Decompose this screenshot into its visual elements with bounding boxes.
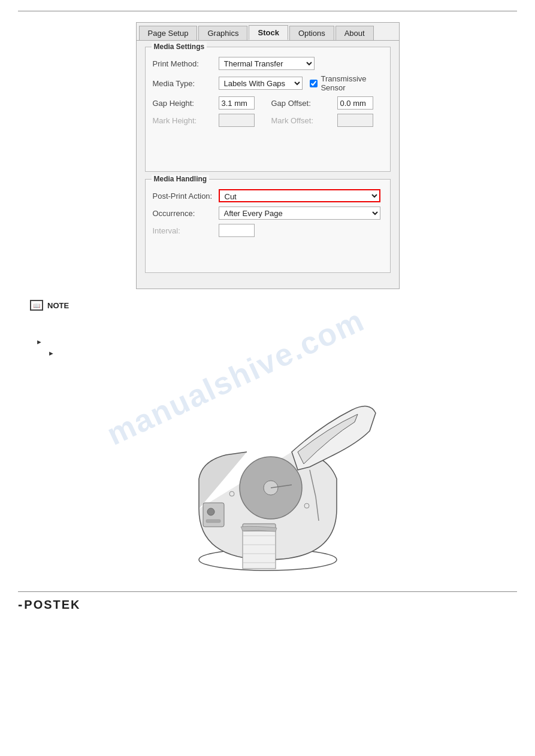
- tab-page-setup[interactable]: Page Setup: [139, 26, 198, 40]
- media-handling-group: Media Handling Post-Print Action: Cut Te…: [145, 179, 391, 273]
- occurrence-select[interactable]: After Every Page After Print Job: [219, 207, 380, 220]
- interval-label: Interval:: [153, 226, 219, 235]
- transmissive-sensor-checkbox[interactable]: [310, 80, 318, 87]
- printer-settings-dialog: Page Setup Graphics Stock Options About …: [136, 22, 400, 289]
- bullet-arrow-1: ►: [36, 338, 43, 345]
- svg-rect-8: [203, 503, 224, 527]
- media-settings-inner: Print Method: Thermal Transfer Direct Th…: [153, 57, 383, 164]
- occurrence-label: Occurrence:: [153, 209, 219, 218]
- postek-dash: -: [18, 597, 23, 612]
- mark-offset-input: [337, 114, 373, 127]
- gap-height-input[interactable]: [219, 96, 255, 110]
- bullet-arrow-2: ►: [48, 350, 55, 357]
- bullet-item-1: ►: [36, 337, 517, 345]
- dialog-content: Media Settings Print Method: Thermal Tra…: [137, 41, 399, 289]
- postek-text: POSTEK: [24, 598, 80, 612]
- interval-row: Interval:: [153, 224, 383, 237]
- note-text-2: [30, 326, 517, 337]
- mark-offset-label: Mark Offset:: [271, 116, 337, 125]
- gap-offset-label: Gap Offset:: [271, 99, 337, 108]
- note-text-1: [30, 315, 517, 326]
- media-type-row: Media Type: Labels With Gaps Continuous …: [153, 74, 383, 92]
- tab-options[interactable]: Options: [289, 26, 334, 40]
- post-print-action-label: Post-Print Action:: [153, 192, 219, 201]
- blank-area: [153, 131, 383, 164]
- note-label: NOTE: [47, 301, 69, 310]
- print-method-row: Print Method: Thermal Transfer Direct Th…: [153, 57, 383, 70]
- note-section: 📖 NOTE ► ►: [30, 300, 517, 357]
- media-type-select[interactable]: Labels With Gaps Continuous Black Mark: [219, 77, 303, 90]
- tab-about[interactable]: About: [335, 26, 374, 40]
- gap-height-row: Gap Height: Gap Offset:: [153, 96, 383, 110]
- media-type-label: Media Type:: [153, 79, 219, 88]
- interval-input[interactable]: [219, 224, 255, 237]
- transmissive-sensor-label[interactable]: Transmissive Sensor: [310, 74, 382, 92]
- media-handling-title: Media Handling: [152, 175, 210, 183]
- printer-illustration-area: [0, 371, 535, 581]
- occurrence-row: Occurrence: After Every Page After Print…: [153, 207, 383, 220]
- mark-height-input: [219, 114, 255, 127]
- post-print-action-row: Post-Print Action: Cut Tear Off Peel Off…: [153, 189, 383, 202]
- tab-stock[interactable]: Stock: [249, 25, 288, 40]
- gap-offset-input[interactable]: [337, 96, 373, 110]
- note-icon: 📖: [30, 300, 43, 311]
- printer-svg: [154, 377, 382, 581]
- top-rule: [18, 11, 517, 11]
- media-handling-inner: Post-Print Action: Cut Tear Off Peel Off…: [153, 189, 383, 265]
- print-method-label: Print Method:: [153, 59, 219, 68]
- bullet-item-2: ►: [48, 348, 517, 357]
- mark-height-row: Mark Height: Mark Offset:: [153, 114, 383, 127]
- print-method-select[interactable]: Thermal Transfer Direct Thermal: [219, 57, 315, 70]
- media-settings-group: Media Settings Print Method: Thermal Tra…: [145, 47, 391, 172]
- gap-height-label: Gap Height:: [153, 99, 219, 108]
- media-settings-title: Media Settings: [152, 42, 207, 51]
- svg-point-9: [207, 508, 214, 515]
- mark-height-label: Mark Height:: [153, 116, 219, 125]
- tab-bar: Page Setup Graphics Stock Options About: [137, 23, 399, 41]
- bottom-rule: [18, 591, 517, 592]
- tab-graphics[interactable]: Graphics: [198, 26, 247, 40]
- post-print-action-select[interactable]: Cut Tear Off Peel Off None: [219, 189, 380, 202]
- svg-rect-10: [206, 520, 220, 523]
- note-header: 📖 NOTE: [30, 300, 517, 311]
- postek-logo: - POSTEK: [18, 597, 517, 612]
- handling-blank: [153, 241, 383, 265]
